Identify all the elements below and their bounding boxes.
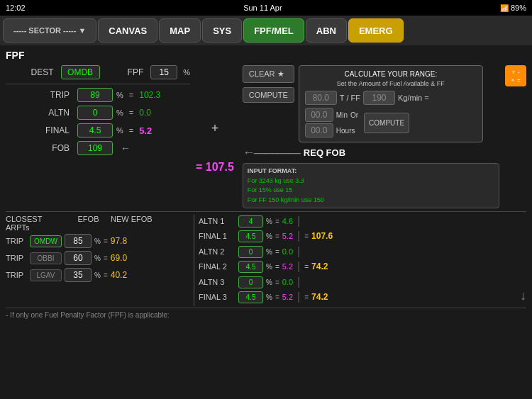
new-efob3: 40.2 <box>111 270 127 280</box>
ff-input[interactable] <box>363 91 395 105</box>
calculator-icon[interactable]: +- ×= <box>505 65 526 86</box>
arpt1-input[interactable] <box>30 235 62 247</box>
closest-arpts-header: CLOSEST ARPTs <box>6 215 66 232</box>
plus-sign: + <box>211 121 219 136</box>
calc-box: CALCULATE YOUR RANGE: Set the Amount of … <box>299 65 483 142</box>
new-efob1: 97.8 <box>111 236 127 246</box>
calc-compute-button[interactable]: COMPUTE <box>364 113 409 133</box>
final-row: FINAL % = 5.2 <box>6 123 190 137</box>
tab-abn[interactable]: ABN <box>306 18 347 43</box>
altn-label: ALTN <box>41 108 70 118</box>
efob2-input[interactable] <box>65 251 92 265</box>
final1-input[interactable] <box>238 230 263 242</box>
tab-canvas[interactable]: CANVAS <box>98 18 157 43</box>
altn2-input[interactable] <box>238 246 263 258</box>
compute-button[interactable]: COMPUTE <box>243 87 294 103</box>
fuel-input[interactable] <box>305 91 337 105</box>
battery: 📶 89% <box>500 4 526 12</box>
tab-emerg[interactable]: EMERG <box>348 18 404 43</box>
tab-fpf-mel[interactable]: FPF/MEL <box>243 18 304 43</box>
status-bar: 12:02 Sun 11 Apr 📶 89% <box>0 0 532 16</box>
final3-input[interactable] <box>238 291 263 303</box>
fob-row: FOB ← <box>6 141 190 155</box>
fob-input[interactable] <box>77 141 113 155</box>
final1-result: 5.2 <box>282 232 293 240</box>
arpt2-input[interactable] <box>30 252 62 264</box>
altn-row: ALTN % = 0.0 <box>6 106 190 120</box>
altn3-input[interactable] <box>238 276 263 288</box>
fob-label: FOB <box>41 143 70 153</box>
down-arrow-area: ↓ <box>517 215 526 306</box>
altn-input[interactable] <box>77 106 113 120</box>
right-panel: CLEAR ★ COMPUTE CALCULATE YOUR RANGE: Se… <box>243 65 499 208</box>
equals-result: = 107.5 <box>196 161 234 174</box>
fuel-unit: T / FF <box>340 94 360 102</box>
footer-text: - If only one Fuel Penalty Factor (FPF) … <box>6 311 526 319</box>
hours-input[interactable] <box>305 123 333 137</box>
arpt-row-1: TRIP % = 97.8 <box>6 234 194 248</box>
input-format-box: INPUT FORMAT: For 3243 kg use 3.3 For 15… <box>243 163 499 208</box>
efob1-input[interactable] <box>65 234 92 248</box>
new-efob-header: NEW EFOB <box>111 215 153 232</box>
tab-bar: ----- SECTOR ----- ▼ CANVAS MAP SYS FPF/… <box>0 16 532 45</box>
efob3-input[interactable] <box>65 268 92 282</box>
total3: 74.2 <box>311 292 328 302</box>
left-input-panel: DEST FPF % TRIP % = 102.3 ALTN <box>6 65 190 208</box>
arpt-row-3: TRIP % = 40.2 <box>6 268 194 282</box>
closest-arpts-panel: CLOSEST ARPTs EFOB NEW EFOB TRIP % = 97.… <box>6 215 194 306</box>
left-arrow-icon: ←———— <box>243 145 299 160</box>
final2-input[interactable] <box>238 261 263 273</box>
final3-result: 5.2 <box>282 293 293 301</box>
altn3-result: 0.0 <box>282 278 293 286</box>
efob-header: EFOB <box>69 215 108 232</box>
final-input[interactable] <box>77 123 113 137</box>
altn1-input[interactable] <box>238 215 263 227</box>
bottom-section: CLOSEST ARPTs EFOB NEW EFOB TRIP % = 97.… <box>6 215 526 306</box>
req-fob-label: REQ FOB <box>304 147 345 158</box>
total1: 107.6 <box>311 231 333 241</box>
date: Sun 11 Apr <box>243 4 282 12</box>
fpf-input[interactable] <box>150 65 177 79</box>
fpf-label: FPF <box>115 67 143 77</box>
trip-input[interactable] <box>77 88 113 102</box>
new-efob2: 69.0 <box>111 253 127 263</box>
altn-result: 0.0 <box>139 108 151 118</box>
trip-row: TRIP % = 102.3 <box>6 88 190 102</box>
total2: 74.2 <box>311 262 328 271</box>
tab-sys[interactable]: SYS <box>202 18 242 43</box>
down-arrow-icon: ↓ <box>520 288 526 303</box>
dest-input[interactable] <box>61 65 100 79</box>
fpf-unit: % <box>183 68 190 77</box>
min-input[interactable] <box>305 108 333 122</box>
arpt-row-2: TRIP % = 69.0 <box>6 251 194 265</box>
final-result: 5.2 <box>139 125 152 136</box>
ff-unit: Kg/min = <box>398 94 429 102</box>
tab-map[interactable]: MAP <box>159 18 201 43</box>
main-content: FPF DEST FPF % TRIP % = 102 <box>0 45 532 399</box>
clear-button[interactable]: CLEAR ★ <box>243 65 294 83</box>
trip-result: 102.3 <box>139 90 160 100</box>
arpt3-input[interactable] <box>30 269 62 281</box>
altn-final-panel: ALTN 1 % = 4.6 | FINAL 1 % = 5.2 | = 107… <box>194 215 517 306</box>
final2-result: 5.2 <box>282 262 293 271</box>
altn1-result: 4.6 <box>282 217 293 225</box>
trip-label: TRIP <box>41 90 70 100</box>
tab-sector[interactable]: ----- SECTOR ----- ▼ <box>3 18 96 43</box>
page-title: FPF <box>6 50 526 61</box>
final-label: FINAL <box>41 125 70 135</box>
dest-label: DEST <box>26 67 54 77</box>
altn2-result: 0.0 <box>282 247 293 256</box>
dest-row: DEST FPF % <box>6 65 190 79</box>
time: 12:02 <box>6 4 26 12</box>
